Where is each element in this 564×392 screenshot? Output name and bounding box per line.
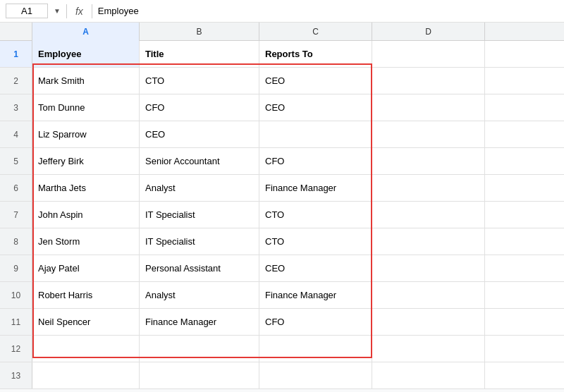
table-cell[interactable]: CFO [259, 309, 372, 335]
formula-bar-divider2 [92, 4, 92, 18]
row-number: 10 [0, 282, 32, 308]
col-header-a[interactable]: A [32, 23, 140, 41]
table-cell[interactable] [372, 336, 485, 362]
table-cell[interactable] [259, 336, 372, 362]
table-cell[interactable] [372, 255, 485, 281]
table-cell[interactable]: Ajay Patel [32, 255, 140, 281]
table-row: 6Martha JetsAnalystFinance Manager [0, 175, 564, 202]
row-number: 12 [0, 336, 32, 362]
table-row: 5Jeffery BirkSenior AccountantCFO [0, 148, 564, 175]
table-row: 3Tom DunneCFOCEO [0, 94, 564, 121]
table-cell[interactable] [372, 175, 485, 201]
cell-reference-box[interactable]: A1 [6, 4, 48, 18]
row-number: 5 [0, 148, 32, 174]
table-cell[interactable] [259, 121, 372, 147]
table-cell[interactable] [372, 41, 485, 67]
table-cell[interactable]: Finance Manager [140, 309, 259, 335]
row-number: 2 [0, 68, 32, 94]
table-cell[interactable] [372, 202, 485, 228]
table-cell[interactable] [259, 362, 372, 388]
formula-value: Employee [98, 6, 139, 16]
table-cell[interactable]: Employee [32, 41, 140, 67]
fx-label: fx [75, 6, 83, 17]
table-cell[interactable]: Tom Dunne [32, 94, 140, 121]
table-cell[interactable]: CEO [259, 94, 372, 121]
row-number: 6 [0, 175, 32, 201]
cell-ref-dropdown-icon[interactable]: ▼ [54, 7, 61, 15]
table-row: 8Jen StormIT SpecialistCTO [0, 228, 564, 255]
table-cell[interactable]: Martha Jets [32, 175, 140, 201]
table-cell[interactable]: Senior Accountant [140, 148, 259, 174]
row-number: 7 [0, 202, 32, 228]
table-cell[interactable]: John Aspin [32, 202, 140, 228]
spreadsheet: A B C D 1EmployeeTitleReports To2Mark Sm… [0, 23, 564, 389]
table-cell[interactable] [372, 282, 485, 308]
table-cell[interactable] [372, 94, 485, 121]
table-cell[interactable]: Robert Harris [32, 282, 140, 308]
table-cell[interactable]: Finance Manager [259, 175, 372, 201]
table-row: 9Ajay PatelPersonal AssistantCEO [0, 255, 564, 282]
row-num-header [0, 23, 32, 40]
table-row: 12 [0, 336, 564, 362]
table-cell[interactable]: CEO [140, 121, 259, 147]
col-header-d[interactable]: D [372, 23, 485, 41]
table-cell[interactable]: Jen Storm [32, 228, 140, 255]
table-cell[interactable] [372, 309, 485, 335]
row-number: 13 [0, 362, 32, 388]
table-cell[interactable]: IT Specialist [140, 202, 259, 228]
table-cell[interactable]: Liz Sparrow [32, 121, 140, 147]
table-row: 2Mark SmithCTOCEO [0, 68, 564, 94]
table-cell[interactable] [372, 68, 485, 94]
table-cell[interactable]: Personal Assistant [140, 255, 259, 281]
row-number: 9 [0, 255, 32, 281]
table-cell[interactable]: Title [140, 41, 259, 67]
column-headers: A B C D [0, 23, 564, 41]
table-cell[interactable] [372, 362, 485, 388]
table-cell[interactable] [140, 362, 259, 388]
col-header-b[interactable]: B [140, 23, 259, 41]
table-cell[interactable]: CTO [140, 68, 259, 94]
table-cell[interactable]: CFO [259, 148, 372, 174]
table-cell[interactable]: CTO [259, 228, 372, 255]
row-number: 4 [0, 121, 32, 147]
row-number: 1 [0, 41, 32, 67]
table-cell[interactable]: Reports To [259, 41, 372, 67]
table-cell[interactable] [32, 362, 140, 388]
table-cell[interactable] [372, 121, 485, 147]
table-row: 13 [0, 362, 564, 389]
table-cell[interactable]: CEO [259, 68, 372, 94]
row-number: 11 [0, 309, 32, 335]
row-number: 8 [0, 228, 32, 255]
table-row: 10Robert HarrisAnalystFinance Manager [0, 282, 564, 309]
table-cell[interactable]: CEO [259, 255, 372, 281]
table-cell[interactable] [32, 336, 140, 362]
table-cell[interactable]: Analyst [140, 282, 259, 308]
formula-bar-divider [66, 4, 67, 18]
table-cell[interactable]: Neil Spencer [32, 309, 140, 335]
table-cell[interactable]: Jeffery Birk [32, 148, 140, 174]
table-cell[interactable] [140, 336, 259, 362]
table-row: 7John AspinIT SpecialistCTO [0, 202, 564, 228]
data-rows: 1EmployeeTitleReports To2Mark SmithCTOCE… [0, 41, 564, 389]
table-cell[interactable]: Mark Smith [32, 68, 140, 94]
table-cell[interactable]: CTO [259, 202, 372, 228]
row-number: 3 [0, 94, 32, 121]
spreadsheet-wrapper: A B C D 1EmployeeTitleReports To2Mark Sm… [0, 23, 564, 389]
table-row: 11Neil SpencerFinance ManagerCFO [0, 309, 564, 336]
table-cell[interactable]: CFO [140, 94, 259, 121]
formula-bar: A1 ▼ fx Employee [0, 0, 564, 23]
table-cell[interactable]: Analyst [140, 175, 259, 201]
table-cell[interactable] [372, 148, 485, 174]
table-row: 1EmployeeTitleReports To [0, 41, 564, 68]
table-row: 4Liz SparrowCEO [0, 121, 564, 148]
table-cell[interactable] [372, 228, 485, 255]
table-cell[interactable]: IT Specialist [140, 228, 259, 255]
table-cell[interactable]: Finance Manager [259, 282, 372, 308]
col-header-c[interactable]: C [259, 23, 372, 41]
